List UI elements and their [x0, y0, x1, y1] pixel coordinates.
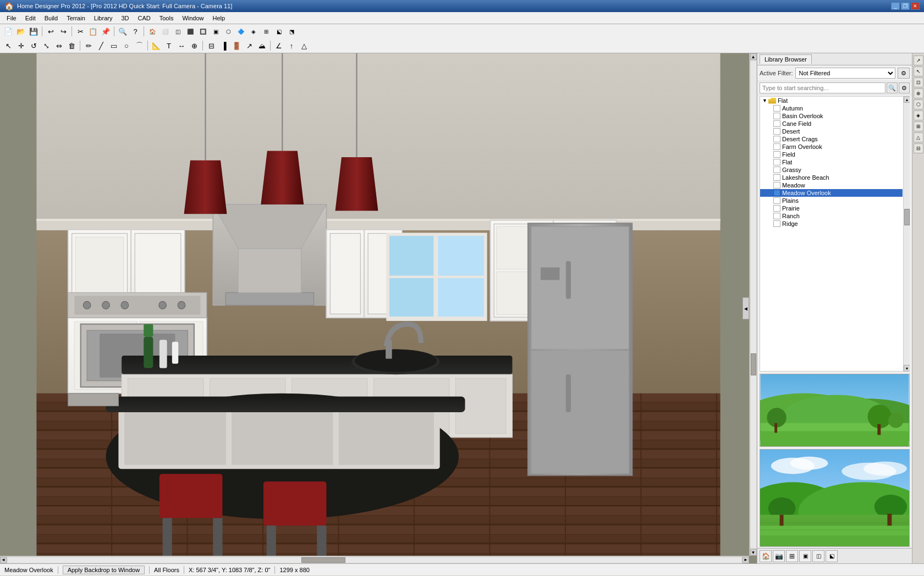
panel-btn-grid[interactable]: ⊞ [786, 550, 798, 562]
panel-btn-view2[interactable]: ◫ [812, 550, 824, 562]
tb2-select[interactable]: ↖ [2, 40, 14, 52]
tb2-stair[interactable]: ↗ [243, 40, 255, 52]
filter-select[interactable]: Not Filtered [795, 68, 895, 79]
tb-help[interactable]: ? [129, 25, 141, 37]
tree-item-meadow-overlook[interactable]: Meadow Overlook [760, 189, 903, 197]
tree-scroll-down[interactable]: ▼ [904, 365, 910, 372]
tb2-wall[interactable]: ▐ [218, 40, 230, 52]
menu-edit[interactable]: Edit [21, 14, 40, 23]
tree-scroll-thumb[interactable] [904, 209, 910, 225]
v-scroll-thumb[interactable] [751, 353, 756, 375]
viewport[interactable]: ◄ ► ▲ ▼ ◄ [0, 53, 757, 563]
tree-item-autumn[interactable]: Autumn [760, 104, 903, 112]
panel-btn-camera[interactable]: 📷 [773, 550, 785, 562]
tb2-rect[interactable]: ▭ [108, 40, 120, 52]
panel-btn-view1[interactable]: ▣ [799, 550, 811, 562]
tree-item-plains[interactable]: Plains [760, 197, 903, 204]
tb-view10[interactable]: ⊞ [260, 25, 272, 37]
far-right-btn-7[interactable]: ⊞ [914, 121, 923, 131]
tree-scrollbar-v[interactable]: ▲ ▼ [903, 96, 910, 372]
tb-save[interactable]: 💾 [28, 25, 40, 37]
tb-open[interactable]: 📂 [15, 25, 27, 37]
menu-window[interactable]: Window [178, 14, 208, 23]
tb-view5[interactable]: 🔲 [197, 25, 209, 37]
menu-help[interactable]: Help [208, 14, 230, 23]
tree-item-grassy[interactable]: Grassy [760, 166, 903, 174]
tb-view8[interactable]: 🔷 [235, 25, 247, 37]
panel-btn-home[interactable]: 🏠 [760, 550, 772, 562]
tb2-angle[interactable]: ∠ [273, 40, 285, 52]
menu-tools[interactable]: Tools [155, 14, 178, 23]
tb-copy[interactable]: 📋 [87, 25, 99, 37]
minimize-button[interactable]: _ [891, 2, 900, 10]
menu-build[interactable]: Build [40, 14, 62, 23]
tree-item-flat[interactable]: Flat [760, 158, 903, 166]
menu-cad[interactable]: CAD [133, 14, 155, 23]
viewport-scrollbar-h[interactable]: ◄ ► [0, 556, 749, 563]
far-right-btn-9[interactable]: ⊟ [914, 143, 923, 153]
tb-view12[interactable]: ⬔ [285, 25, 298, 37]
v-scroll-down[interactable]: ▼ [750, 549, 757, 556]
tb2-mirror[interactable]: ⇔ [53, 40, 65, 52]
tb2-arc[interactable]: ⌒ [133, 40, 145, 52]
far-right-btn-5[interactable]: ⬡ [914, 99, 923, 109]
search-input[interactable] [760, 82, 886, 93]
tb2-arrow-up[interactable]: ↑ [285, 40, 298, 52]
h-scroll-right[interactable]: ► [743, 557, 749, 563]
search-button[interactable]: 🔍 [887, 82, 898, 93]
tb2-line[interactable]: ╱ [95, 40, 107, 52]
tb-paste[interactable]: 📌 [100, 25, 112, 37]
tb-view2[interactable]: ⬜ [159, 25, 171, 37]
tb-redo[interactable]: ↪ [57, 25, 69, 37]
tb2-move[interactable]: ✛ [15, 40, 27, 52]
tb-view3[interactable]: ◫ [172, 25, 184, 37]
tree-item-desert[interactable]: Desert [760, 128, 903, 135]
tree-item-meadow[interactable]: Meadow [760, 181, 903, 189]
tb-view7[interactable]: ⬡ [222, 25, 234, 37]
tb2-draw[interactable]: ✏ [82, 40, 95, 52]
tb-view1[interactable]: 🏠 [146, 25, 158, 37]
menu-terrain[interactable]: Terrain [62, 14, 90, 23]
tb-zoom-in[interactable]: 🔍 [117, 25, 129, 37]
tree-item-lakeshore-beach[interactable]: Lakeshore Beach [760, 174, 903, 181]
tree-item-field[interactable]: Field [760, 151, 903, 158]
tb2-snap[interactable]: ⊕ [188, 40, 200, 52]
library-browser-tab[interactable]: Library Browser [760, 54, 812, 64]
h-scroll-thumb[interactable] [301, 557, 345, 563]
tb2-delete[interactable]: 🗑 [65, 40, 78, 52]
tree-item-prairie[interactable]: Prairie [760, 204, 903, 212]
filter-options-btn[interactable]: ⚙ [898, 68, 910, 79]
tb2-rotate[interactable]: ↺ [28, 40, 40, 52]
tb-undo[interactable]: ↩ [45, 25, 57, 37]
tb-new[interactable]: 📄 [2, 25, 14, 37]
search-options-btn[interactable]: ⚙ [899, 82, 910, 93]
restore-button[interactable]: ❐ [901, 2, 910, 10]
h-scroll-left[interactable]: ◄ [0, 557, 7, 563]
tree-item-ridge[interactable]: Ridge [760, 220, 903, 228]
tree-item-farm-overlook[interactable]: Farm Overlook [760, 143, 903, 151]
far-right-btn-2[interactable]: ↖ [914, 67, 923, 76]
menu-file[interactable]: File [2, 14, 21, 23]
tb2-resize[interactable]: ⤡ [40, 40, 52, 52]
far-right-btn-8[interactable]: △ [914, 132, 923, 142]
tb-view9[interactable]: ◈ [248, 25, 260, 37]
far-right-btn-6[interactable]: ◈ [914, 110, 923, 120]
tb-cut[interactable]: ✂ [74, 25, 86, 37]
tree-root-flat[interactable]: ▼ Flat [760, 97, 903, 104]
tree-item-ranch[interactable]: Ranch [760, 212, 903, 220]
tb2-terrain[interactable]: ⛰ [256, 40, 268, 52]
tree-item-desert-crags[interactable]: Desert Crags [760, 135, 903, 143]
tb2-arrow-shape[interactable]: △ [298, 40, 310, 52]
panel-btn-view3[interactable]: ⬕ [826, 550, 838, 562]
tb2-dim[interactable]: ↔ [175, 40, 188, 52]
tb2-circle[interactable]: ○ [120, 40, 133, 52]
tb-view4[interactable]: ⬛ [184, 25, 196, 37]
apply-backdrop-btn[interactable]: Apply Backdrop to Window [63, 566, 145, 574]
tb-view6[interactable]: ▣ [210, 25, 222, 37]
far-right-btn-3[interactable]: ⊡ [914, 77, 923, 87]
tb-view11[interactable]: ⬕ [273, 25, 285, 37]
v-scroll-up[interactable]: ▲ [750, 53, 757, 60]
menu-library[interactable]: Library [90, 14, 117, 23]
panel-collapse-btn[interactable]: ◄ [743, 297, 749, 319]
close-button[interactable]: ✕ [911, 2, 920, 10]
